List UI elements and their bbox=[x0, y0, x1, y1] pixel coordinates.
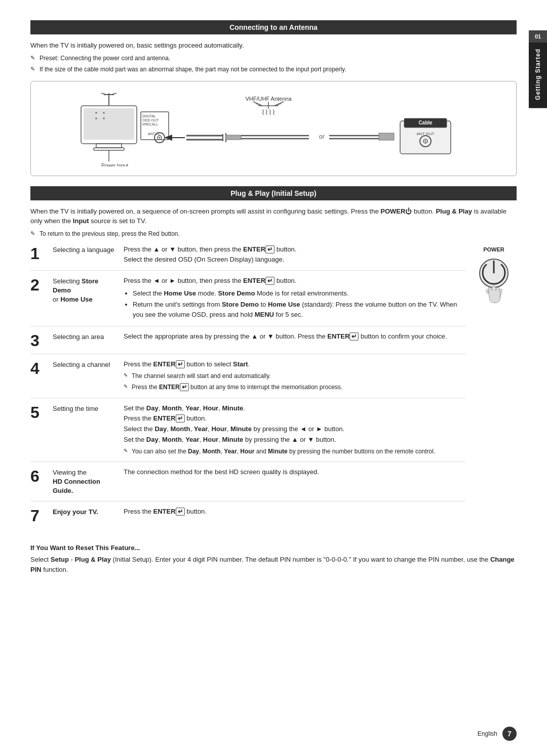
step4-note1: The channel search will start and end au… bbox=[124, 371, 466, 381]
svg-point-5 bbox=[103, 112, 105, 114]
diagram-svg-area: Power Input DIGITAL ODD OUT #RECALL ANT … bbox=[40, 91, 507, 166]
step-row-6: 6 Viewing theHD Connection Guide. The co… bbox=[30, 467, 466, 501]
antenna-diagram: Power Input DIGITAL ODD OUT #RECALL ANT … bbox=[30, 81, 517, 176]
plug-text1: When the TV is initially powered on, a s… bbox=[30, 206, 517, 226]
antenna-header: Connecting to an Antenna bbox=[30, 20, 517, 34]
plug-section: Plug & Play (Initial Setup) When the TV … bbox=[30, 186, 517, 534]
step-label-5: Setting the time bbox=[53, 403, 124, 413]
step-row-4: 4 Selecting a channel Press the ENTER↵ b… bbox=[30, 359, 466, 398]
antenna-note2: If the size of the cable mold part was a… bbox=[30, 65, 517, 74]
step-num-1: 1 bbox=[30, 244, 53, 262]
step-desc-5: Set the Day, Month, Year, Hour, Minute. … bbox=[124, 403, 466, 456]
power-button-svg bbox=[474, 256, 514, 306]
enter-icon-4b: ↵ bbox=[180, 383, 189, 391]
plug-note: To return to the previous step, press th… bbox=[30, 229, 517, 238]
svg-point-4 bbox=[95, 112, 97, 114]
step-num-5: 5 bbox=[30, 403, 53, 421]
svg-text:Cable: Cable bbox=[418, 120, 433, 125]
svg-text:ODD OUT: ODD OUT bbox=[142, 118, 159, 122]
step-desc-4: Press the ENTER↵ button to select Start.… bbox=[124, 359, 466, 392]
power-input-label: Power Input bbox=[101, 163, 129, 166]
svg-rect-40 bbox=[379, 133, 394, 140]
plug-header: Plug & Play (Initial Setup) bbox=[30, 186, 517, 200]
step-row-1: 1 Selecting a language Press the ▲ or ▼ … bbox=[30, 244, 466, 271]
step4-note2: Press the ENTER↵ button at any time to i… bbox=[124, 383, 466, 392]
step-row-5: 5 Setting the time Set the Day, Month, Y… bbox=[30, 403, 466, 462]
steps-area: 1 Selecting a language Press the ▲ or ▼ … bbox=[30, 244, 517, 534]
svg-point-7 bbox=[103, 117, 105, 119]
steps-table: 1 Selecting a language Press the ▲ or ▼ … bbox=[30, 244, 466, 534]
step-label-4: Selecting a channel bbox=[53, 359, 124, 369]
step-row-3: 3 Selecting an area Select the appropria… bbox=[30, 331, 466, 354]
enter-icon-5a: ↵ bbox=[176, 414, 185, 423]
chapter-number: 01 bbox=[529, 30, 547, 43]
svg-rect-26 bbox=[226, 135, 241, 140]
enter-icon-4a: ↵ bbox=[176, 360, 185, 368]
step-label-3: Selecting an area bbox=[53, 331, 124, 342]
antenna-diagram-svg: Power Input DIGITAL ODD OUT #RECALL ANT … bbox=[66, 91, 481, 166]
step-desc-6: The connection method for the best HD sc… bbox=[124, 467, 466, 478]
step-desc-3: Select the appropriate area by pressing … bbox=[124, 331, 466, 342]
reset-title: If You Want to Reset This Feature... bbox=[30, 544, 517, 552]
step-label-1: Selecting a language bbox=[53, 244, 124, 255]
svg-text:or: or bbox=[319, 133, 325, 140]
side-tab-label: Getting Started bbox=[529, 40, 547, 108]
step-desc-7: Press the ENTER↵ button. bbox=[124, 507, 466, 517]
step-label-7: Enjoy your TV. bbox=[53, 507, 124, 517]
antenna-text1: When the TV is initially powered on, bas… bbox=[30, 40, 517, 51]
page-container: Getting Started 01 Connecting to an Ante… bbox=[0, 0, 547, 756]
reset-text: Select Setup - Plug & Play (Initial Setu… bbox=[30, 555, 517, 576]
page-number: 7 bbox=[502, 727, 517, 741]
enter-icon-2: ↵ bbox=[265, 277, 275, 285]
step-desc-1: Press the ▲ or ▼ button, then press the … bbox=[124, 244, 466, 266]
page-footer: English 7 bbox=[478, 727, 517, 741]
svg-point-20 bbox=[159, 137, 161, 138]
footer-lang: English bbox=[478, 730, 497, 737]
step-label-6: Viewing theHD Connection Guide. bbox=[53, 467, 124, 496]
svg-text:VHF/UHF Antenna: VHF/UHF Antenna bbox=[245, 96, 292, 102]
step-num-6: 6 bbox=[30, 467, 53, 484]
svg-rect-3 bbox=[94, 148, 124, 150]
antenna-section: Connecting to an Antenna When the TV is … bbox=[30, 20, 517, 176]
svg-rect-2 bbox=[96, 144, 122, 148]
step-num-4: 4 bbox=[30, 359, 53, 376]
svg-point-47 bbox=[425, 140, 426, 142]
power-label: POWER bbox=[483, 246, 504, 253]
svg-text:DIGITAL: DIGITAL bbox=[142, 114, 156, 118]
step-row-2: 2 Selecting Store Demoor Home Use Press … bbox=[30, 276, 466, 326]
step-label-2: Selecting Store Demoor Home Use bbox=[53, 276, 124, 305]
step-desc-2: Press the ◄ or ► button, then press the … bbox=[124, 276, 466, 321]
antenna-note1: Preset: Connecting the power cord and an… bbox=[30, 54, 517, 63]
step-num-7: 7 bbox=[30, 507, 53, 524]
enter-icon-7: ↵ bbox=[176, 508, 185, 516]
power-illustration: POWER bbox=[471, 244, 517, 534]
chapter-label: Getting Started bbox=[534, 49, 541, 100]
reset-section: If You Want to Reset This Feature... Sel… bbox=[30, 544, 517, 576]
step5-note: You can also set the Day, Month, Year, H… bbox=[124, 447, 466, 456]
svg-text:#RECALL: #RECALL bbox=[142, 122, 158, 126]
enter-icon-1: ↵ bbox=[265, 245, 275, 254]
step-num-2: 2 bbox=[30, 276, 53, 293]
svg-point-6 bbox=[95, 117, 97, 119]
step-row-7: 7 Enjoy your TV. Press the ENTER↵ button… bbox=[30, 507, 466, 529]
svg-rect-1 bbox=[84, 108, 134, 140]
enter-icon-3: ↵ bbox=[349, 332, 359, 341]
step-num-3: 3 bbox=[30, 331, 53, 349]
svg-text:⌇⌇⌇⌇: ⌇⌇⌇⌇ bbox=[261, 109, 276, 116]
